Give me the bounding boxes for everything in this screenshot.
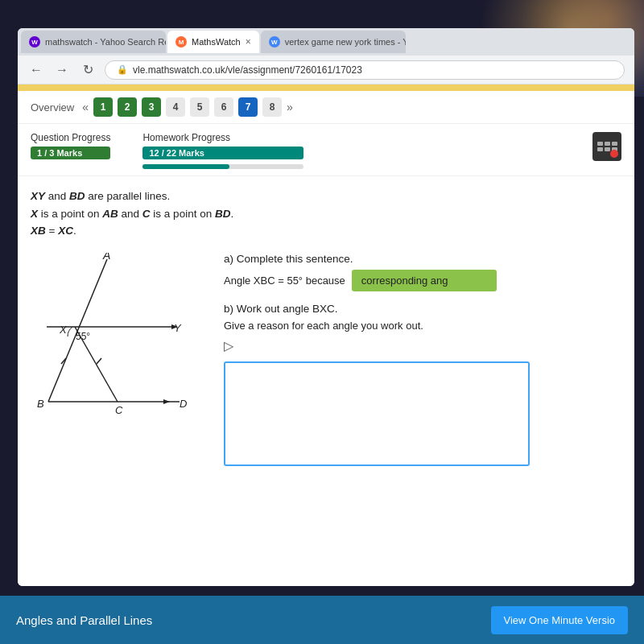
tab-yahoo-label: mathswatch - Yahoo Search Resu bbox=[45, 37, 166, 47]
question-part-a: a) Complete this sentence. Angle XBC = 5… bbox=[224, 253, 621, 291]
question-progress-block: Question Progress 1 / 3 Marks bbox=[31, 132, 110, 169]
nav-tab-8[interactable]: 8 bbox=[262, 97, 282, 117]
label-D: D bbox=[180, 398, 187, 410]
question-progress-badge: 1 / 3 Marks bbox=[31, 147, 110, 159]
nav-tab-6[interactable]: 6 bbox=[214, 97, 233, 117]
tab-mathswatch-close[interactable]: × bbox=[246, 36, 251, 47]
yellow-accent-bar bbox=[18, 85, 634, 91]
label-X: X bbox=[59, 324, 68, 336]
sentence-start: Angle XBC = 55° because bbox=[224, 275, 345, 287]
problem-line1: XY and BD are parallel lines. bbox=[31, 190, 170, 202]
nav-tab-2[interactable]: 2 bbox=[118, 97, 137, 117]
angle-label: 55° bbox=[76, 331, 90, 342]
geometry-diagram: A X Y B C D 55° bbox=[31, 253, 192, 422]
nav-chevron-left[interactable]: « bbox=[82, 101, 89, 114]
tab-yahoo[interactable]: W mathswatch - Yahoo Search Resu × bbox=[21, 31, 166, 53]
problem-text: XY and BD are parallel lines. X is a poi… bbox=[31, 188, 621, 240]
part-a-label: a) Complete this sentence. bbox=[224, 253, 621, 265]
question-progress-label: Question Progress bbox=[31, 132, 110, 143]
cursor-indicator: ▷ bbox=[224, 338, 621, 353]
progress-section: Question Progress 1 / 3 Marks Homework P… bbox=[18, 124, 634, 176]
nav-tab-4[interactable]: 4 bbox=[166, 97, 185, 117]
question-nav-tabs: Overview « 1 2 3 4 5 6 7 8 » bbox=[18, 91, 634, 124]
vertex-favicon: W bbox=[269, 36, 280, 47]
back-button[interactable]: ← bbox=[27, 63, 45, 77]
refresh-button[interactable]: ↻ bbox=[79, 62, 97, 77]
questions-side: a) Complete this sentence. Angle XBC = 5… bbox=[224, 253, 621, 481]
nav-tab-3[interactable]: 3 bbox=[142, 97, 161, 117]
svg-marker-5 bbox=[163, 399, 170, 404]
calculator-icon[interactable] bbox=[592, 132, 621, 161]
part-b-answer-input[interactable] bbox=[224, 361, 530, 466]
svg-line-7 bbox=[97, 358, 101, 364]
mathswatch-favicon: M bbox=[175, 36, 187, 47]
label-Y: Y bbox=[174, 322, 182, 334]
address-bar: ← → ↻ 🔒 vle.mathswatch.co.uk/vle/assignm… bbox=[18, 56, 634, 85]
homework-progress-label: Homework Progress bbox=[142, 132, 303, 143]
nav-tab-7[interactable]: 7 bbox=[238, 97, 258, 117]
part-b-label: b) Work out angle BXC. bbox=[224, 303, 621, 315]
problem-line3: XB = XC. bbox=[31, 225, 76, 237]
calculator-red-dot bbox=[610, 150, 618, 158]
tab-mathswatch-label: MathsWatch bbox=[192, 37, 241, 47]
nav-tab-1[interactable]: 1 bbox=[93, 97, 113, 117]
forward-button[interactable]: → bbox=[53, 63, 71, 77]
url-text: vle.mathswatch.co.uk/vle/assignment/7260… bbox=[133, 64, 362, 76]
tab-bar: W mathswatch - Yahoo Search Resu × M Mat… bbox=[18, 28, 634, 56]
tab-vertex[interactable]: W vertex game new york times - Ya × bbox=[261, 31, 406, 53]
overview-label[interactable]: Overview bbox=[31, 101, 74, 114]
page-content: Overview « 1 2 3 4 5 6 7 8 » Question Pr… bbox=[18, 85, 634, 586]
homework-progress-badge: 12 / 22 Marks bbox=[142, 147, 303, 159]
content-row: A X Y B C D 55° a) Comple bbox=[31, 253, 621, 481]
tab-mathswatch[interactable]: M MathsWatch × bbox=[167, 31, 259, 53]
part-b-instruction: Give a reason for each angle you work ou… bbox=[224, 320, 621, 332]
view-one-minute-button[interactable]: View One Minute Versio bbox=[491, 606, 629, 634]
yahoo-favicon: W bbox=[29, 36, 40, 47]
question-area: XY and BD are parallel lines. X is a poi… bbox=[18, 176, 634, 492]
homework-progress-fill bbox=[142, 164, 229, 169]
part-a-answer[interactable]: corresponding ang bbox=[352, 270, 497, 291]
homework-progress-bar bbox=[142, 164, 303, 169]
tab-vertex-label: vertex game new york times - Ya bbox=[285, 37, 406, 47]
bottom-title: Angles and Parallel Lines bbox=[16, 613, 152, 627]
bottom-bar: Angles and Parallel Lines View One Minut… bbox=[0, 596, 644, 644]
problem-line2: X is a point on AB and C is a point on B… bbox=[31, 208, 233, 220]
label-A: A bbox=[102, 253, 110, 262]
address-input[interactable]: 🔒 vle.mathswatch.co.uk/vle/assignment/72… bbox=[105, 60, 625, 80]
label-B: B bbox=[37, 398, 44, 410]
nav-tab-5[interactable]: 5 bbox=[190, 97, 209, 117]
label-C: C bbox=[115, 404, 123, 416]
nav-chevron-right[interactable]: » bbox=[287, 101, 293, 114]
browser-window: W mathswatch - Yahoo Search Resu × M Mat… bbox=[18, 28, 634, 586]
homework-progress-block: Homework Progress 12 / 22 Marks bbox=[142, 132, 303, 169]
sentence-row: Angle XBC = 55° because corresponding an… bbox=[224, 270, 621, 291]
diagram-area: A X Y B C D 55° bbox=[31, 253, 208, 425]
question-part-b: b) Work out angle BXC. Give a reason for… bbox=[224, 303, 621, 469]
lock-icon: 🔒 bbox=[117, 64, 128, 75]
